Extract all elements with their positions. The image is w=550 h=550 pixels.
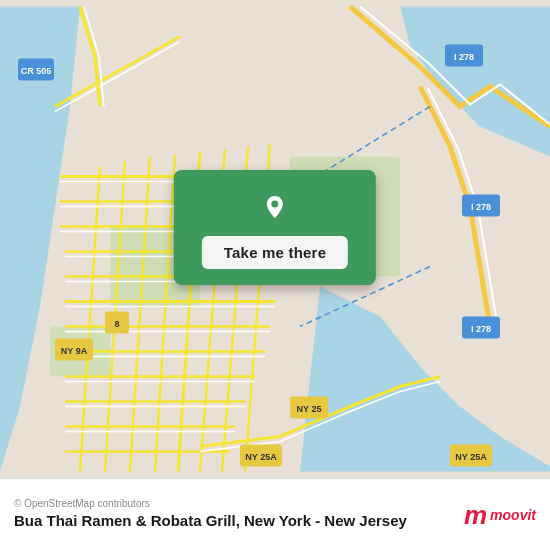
- svg-text:I 278: I 278: [471, 202, 491, 212]
- copyright-text: © OpenStreetMap contributors: [14, 498, 407, 509]
- svg-text:I 278: I 278: [471, 324, 491, 334]
- svg-text:NY 9A: NY 9A: [61, 346, 88, 356]
- svg-text:NY 25A: NY 25A: [455, 452, 487, 462]
- take-me-there-button[interactable]: Take me there: [202, 236, 348, 269]
- svg-text:NY 25: NY 25: [297, 404, 322, 414]
- location-pin-icon: [256, 188, 294, 226]
- moovit-logo: m moovit: [464, 502, 536, 528]
- svg-text:8: 8: [114, 319, 119, 329]
- svg-point-61: [272, 201, 279, 208]
- svg-text:NY 25A: NY 25A: [245, 452, 277, 462]
- button-overlay: Take me there: [174, 170, 376, 285]
- app-container: CR 505 I 278 I 278 I 278 NY 9A 8 NY 25 N…: [0, 0, 550, 550]
- bottom-bar: © OpenStreetMap contributors Bua Thai Ra…: [0, 478, 550, 550]
- location-name: Bua Thai Ramen & Robata Grill, New York …: [14, 511, 407, 531]
- svg-text:CR 505: CR 505: [21, 66, 52, 76]
- green-card: Take me there: [174, 170, 376, 285]
- map-area: CR 505 I 278 I 278 I 278 NY 9A 8 NY 25 N…: [0, 0, 550, 478]
- moovit-wordmark: moovit: [490, 508, 536, 522]
- moovit-m-letter: m: [464, 502, 487, 528]
- bottom-left-info: © OpenStreetMap contributors Bua Thai Ra…: [14, 498, 407, 531]
- svg-text:I 278: I 278: [454, 52, 474, 62]
